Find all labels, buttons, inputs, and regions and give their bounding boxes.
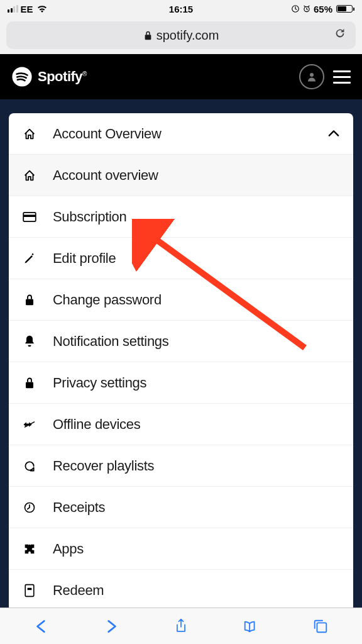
redeem-icon [23,584,36,597]
lock-icon [23,376,36,390]
home-icon [23,169,36,182]
safari-toolbar [0,608,362,644]
spotify-logo[interactable]: Spotify® [11,66,299,87]
carrier-label: EE [21,4,33,14]
home-icon [23,127,36,141]
offline-icon [23,418,36,431]
menu-item-label: Apps [53,541,84,557]
battery-icon [336,5,354,13]
svg-point-4 [310,73,314,77]
menu-item-label: Edit profile [53,250,116,267]
menu-item-label: Change password [53,292,162,308]
menu-item-account-overview[interactable]: Account overview [9,155,353,196]
menu-item-label: Recover playlists [53,458,154,474]
spotify-logo-icon [11,66,33,87]
clock-icon [23,501,36,514]
svg-rect-11 [25,585,34,597]
lock-icon [23,293,36,307]
card-icon [23,210,36,224]
menu-item-label: Notification settings [53,333,168,350]
svg-rect-8 [26,382,33,388]
menu-button[interactable] [333,70,351,84]
svg-rect-7 [26,299,33,305]
alarm-icon [302,4,311,13]
ios-status-bar: EE 16:15 65% [0,0,362,18]
menu-item-label: Redeem [53,582,104,599]
menu-item-label: Privacy settings [53,375,146,391]
refresh-icon [23,459,36,473]
menu-header-account-overview[interactable]: Account Overview [9,113,353,155]
svg-rect-2 [145,35,151,40]
domain-text: spotify.com [156,28,219,43]
pen-icon [23,252,36,265]
svg-rect-6 [23,214,36,217]
brand-name: Spotify [38,69,82,84]
menu-item-label: Subscription [53,209,126,225]
address-bar[interactable]: spotify.com [6,21,356,49]
orientation-lock-icon [291,4,300,13]
menu-item-label: Receipts [53,499,105,516]
menu-item-receipts[interactable]: Receipts [9,487,353,528]
account-menu: Account Overview Account overview Subscr… [9,113,353,608]
bookmarks-button[interactable] [233,614,268,639]
menu-item-privacy-settings[interactable]: Privacy settings [9,362,353,404]
menu-item-label: Offline devices [53,416,140,433]
menu-item-recover-playlists[interactable]: Recover playlists [9,445,353,487]
menu-item-subscription[interactable]: Subscription [9,196,353,238]
menu-item-label: Account overview [53,167,158,184]
puzzle-icon [23,542,36,556]
svg-rect-14 [317,623,327,632]
menu-header-label: Account Overview [53,126,162,142]
menu-item-change-password[interactable]: Change password [9,279,353,321]
menu-item-edit-profile[interactable]: Edit profile [9,238,353,279]
tabs-button[interactable] [303,614,338,639]
menu-item-apps[interactable]: Apps [9,528,353,570]
spotify-header: Spotify® [0,54,362,99]
bell-icon [23,335,36,348]
lock-icon [143,30,153,41]
menu-item-offline-devices[interactable]: Offline devices [9,404,353,445]
account-page-body: Account Overview Account overview Subscr… [0,99,362,608]
address-bar-row: spotify.com [0,18,362,54]
menu-item-redeem[interactable]: Redeem [9,570,353,608]
reload-icon[interactable] [333,26,347,45]
svg-rect-12 [28,588,32,590]
chevron-up-icon [328,128,339,140]
forward-button[interactable] [94,614,129,639]
clock: 16:15 [169,4,193,14]
user-icon [306,71,317,82]
back-button[interactable] [24,614,59,639]
battery-pct: 65% [314,4,332,14]
share-button[interactable] [163,614,199,639]
wifi-icon [37,5,47,13]
menu-item-notification-settings[interactable]: Notification settings [9,321,353,362]
signal-icon [8,5,18,13]
profile-button[interactable] [299,64,324,89]
